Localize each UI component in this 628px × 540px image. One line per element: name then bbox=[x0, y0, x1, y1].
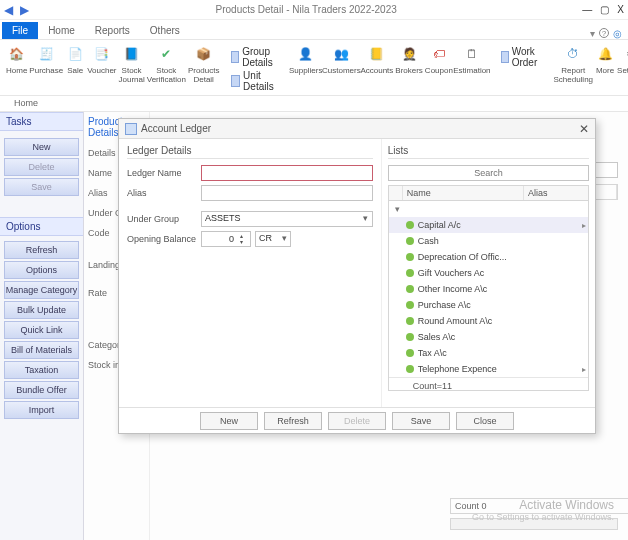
dialog-title: Account Ledger bbox=[141, 123, 579, 134]
restore-button[interactable]: ▢ bbox=[600, 4, 609, 15]
bulk-update-button[interactable]: Bulk Update bbox=[4, 301, 79, 319]
app-info-icon[interactable]: ◎ bbox=[613, 28, 622, 39]
window-title: Products Detail - Nila Traders 2022-2023 bbox=[30, 4, 582, 15]
options-panel-head: Options bbox=[0, 217, 83, 236]
ledger-item-icon bbox=[406, 221, 414, 229]
ledger-list-item[interactable]: Gift Vouchers Ac bbox=[389, 265, 588, 281]
ribbon-work-order[interactable]: Work Order bbox=[501, 46, 542, 68]
taxation-button[interactable]: Taxation bbox=[4, 361, 79, 379]
ribbon-stock-verification[interactable]: ✔Stock Verification bbox=[147, 44, 186, 84]
menu-tab-home[interactable]: Home bbox=[38, 22, 85, 39]
ribbon-sale[interactable]: 📄Sale bbox=[65, 44, 85, 75]
ledger-list-item[interactable]: Purchase A\c bbox=[389, 297, 588, 313]
minimize-button[interactable]: — bbox=[582, 4, 592, 15]
left-sidebar: Tasks New Delete Save Options Refresh Op… bbox=[0, 112, 84, 540]
ledger-tree[interactable]: ▾Capital A/c▸CashDeprecation Of Offic...… bbox=[388, 201, 589, 391]
ledger-item-icon bbox=[406, 349, 414, 357]
opening-balance-input[interactable]: ▴▾ bbox=[201, 231, 251, 247]
crdr-select[interactable]: CR bbox=[255, 231, 291, 247]
lists-head: Lists bbox=[388, 145, 589, 159]
ledger-list-item[interactable]: Round Amount A\c bbox=[389, 313, 588, 329]
ledger-details-head: Ledger Details bbox=[127, 145, 373, 159]
modal-refresh-button[interactable]: Refresh bbox=[264, 412, 322, 430]
ledger-list-item[interactable]: Tax A\c bbox=[389, 345, 588, 361]
modal-close-button[interactable]: Close bbox=[456, 412, 514, 430]
manage-category-button[interactable]: Manage Category bbox=[4, 281, 79, 299]
ledger-search-input[interactable] bbox=[388, 165, 589, 181]
under-group-select[interactable]: ASSETS bbox=[201, 211, 373, 227]
bundle-offer-button[interactable]: Bundle Offer bbox=[4, 381, 79, 399]
ledger-name-input[interactable] bbox=[201, 165, 373, 181]
ledger-name-label: Ledger Name bbox=[127, 168, 197, 178]
ribbon-coupon[interactable]: 🏷Coupon bbox=[425, 44, 453, 75]
ribbon-purchase[interactable]: 🧾Purchase bbox=[29, 44, 63, 75]
back-arrow-icon[interactable]: ◀ bbox=[4, 5, 14, 15]
opening-balance-label: Opening Balance bbox=[127, 234, 197, 244]
alias-input[interactable] bbox=[201, 185, 373, 201]
ledger-list-item[interactable]: Sales A\c bbox=[389, 329, 588, 345]
col-alias: Alias bbox=[524, 186, 588, 200]
ribbon-report-scheduling[interactable]: ⏱Report Scheduling bbox=[553, 44, 593, 84]
close-window-button[interactable]: X bbox=[617, 4, 624, 15]
ledger-item-icon bbox=[406, 269, 414, 277]
under-group-label: Under Group bbox=[127, 214, 197, 224]
ledger-list-header: Name Alias bbox=[388, 185, 589, 201]
ribbon-unit-details[interactable]: Unit Details bbox=[231, 70, 277, 92]
ribbon-suppliers[interactable]: 👤Suppliers bbox=[289, 44, 322, 75]
ribbon-more[interactable]: 🔔More bbox=[595, 44, 615, 75]
refresh-button[interactable]: Refresh bbox=[4, 241, 79, 259]
ledger-item-icon bbox=[406, 333, 414, 341]
dialog-icon bbox=[125, 123, 137, 135]
dialog-close-button[interactable]: ✕ bbox=[579, 122, 589, 136]
ribbon-home[interactable]: 🏠Home bbox=[6, 44, 27, 75]
ledger-item-icon bbox=[406, 285, 414, 293]
sub-tab-strip: Home bbox=[0, 96, 628, 112]
ribbon: 🏠Home🧾Purchase📄Sale📑Voucher📘Stock Journa… bbox=[0, 40, 628, 96]
menu-tab-reports[interactable]: Reports bbox=[85, 22, 140, 39]
tasks-panel-head: Tasks bbox=[0, 112, 83, 131]
bill-of-materials-button[interactable]: Bill of Materials bbox=[4, 341, 79, 359]
dropdown-icon[interactable]: ▾ bbox=[590, 28, 595, 39]
ledger-item-icon bbox=[406, 365, 414, 373]
file-tab[interactable]: File bbox=[2, 22, 38, 39]
ledger-count: Count=11 bbox=[389, 377, 588, 391]
ribbon-brokers[interactable]: 🤵Brokers bbox=[395, 44, 423, 75]
ribbon-group-details[interactable]: Group Details bbox=[231, 46, 277, 68]
menu-tab-others[interactable]: Others bbox=[140, 22, 190, 39]
ledger-item-icon bbox=[406, 237, 414, 245]
sub-tab-home[interactable]: Home bbox=[0, 96, 52, 111]
alias-label: Alias bbox=[127, 188, 197, 198]
ledger-item-icon bbox=[406, 301, 414, 309]
import-button[interactable]: Import bbox=[4, 401, 79, 419]
options-button[interactable]: Options bbox=[4, 261, 79, 279]
collapse-icon[interactable]: ▾ bbox=[393, 204, 402, 214]
save-button[interactable]: Save bbox=[4, 178, 79, 196]
forward-arrow-icon[interactable]: ▶ bbox=[20, 5, 30, 15]
ribbon-voucher[interactable]: 📑Voucher bbox=[87, 44, 116, 75]
menu-row: File Home Reports Others ▾ ? ◎ bbox=[0, 20, 628, 40]
ledger-list-item[interactable]: Other Income A\c bbox=[389, 281, 588, 297]
title-bar: ◀ ▶ Products Detail - Nila Traders 2022-… bbox=[0, 0, 628, 20]
ribbon-customers[interactable]: 👥Customers bbox=[324, 44, 358, 75]
modal-delete-button[interactable]: Delete bbox=[328, 412, 386, 430]
delete-button[interactable]: Delete bbox=[4, 158, 79, 176]
modal-save-button[interactable]: Save bbox=[392, 412, 450, 430]
ledger-list-item[interactable]: Capital A/c▸ bbox=[389, 217, 588, 233]
ledger-list-item[interactable]: Deprecation Of Offic... bbox=[389, 249, 588, 265]
col-name: Name bbox=[403, 186, 524, 200]
spin-down-icon[interactable]: ▾ bbox=[236, 239, 246, 245]
modal-new-button[interactable]: New bbox=[200, 412, 258, 430]
ribbon-accounts[interactable]: 📒Accounts bbox=[360, 44, 393, 75]
ribbon-estimation[interactable]: 🗒Estimation bbox=[455, 44, 489, 75]
ledger-list-item[interactable]: Cash bbox=[389, 233, 588, 249]
help-icon[interactable]: ? bbox=[599, 28, 609, 38]
ledger-item-icon bbox=[406, 253, 414, 261]
ribbon-stock-journal[interactable]: 📘Stock Journal bbox=[119, 44, 145, 84]
account-ledger-dialog: Account Ledger ✕ Ledger Details Ledger N… bbox=[118, 118, 596, 434]
ledger-list-item[interactable]: Telephone Expence▸ bbox=[389, 361, 588, 377]
new-button[interactable]: New bbox=[4, 138, 79, 156]
quick-link-button[interactable]: Quick Link bbox=[4, 321, 79, 339]
ribbon-settings[interactable]: ⚙Settings bbox=[617, 44, 628, 75]
ledger-item-icon bbox=[406, 317, 414, 325]
ribbon-products-detail[interactable]: 📦Products Detail bbox=[188, 44, 220, 84]
